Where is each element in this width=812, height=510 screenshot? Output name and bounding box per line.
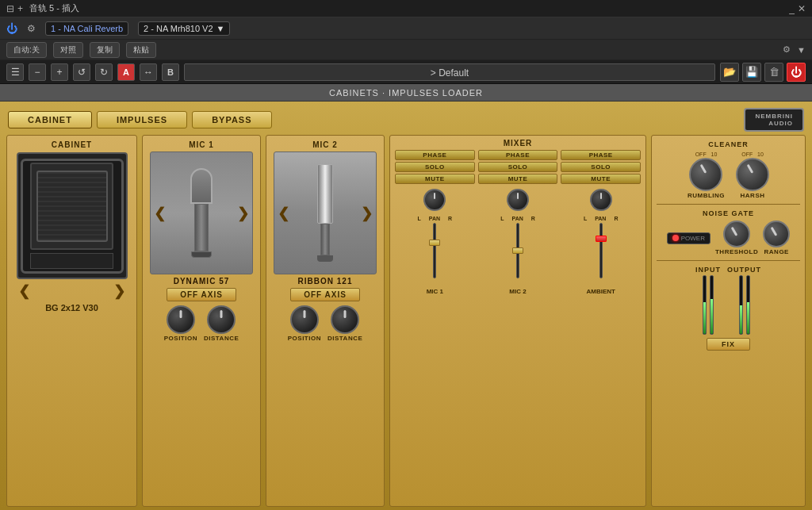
cabinet-name: BG 2x12 V30	[45, 303, 98, 313]
cabinet-title: CABINET	[52, 140, 92, 149]
preset-name[interactable]: > Default	[184, 63, 715, 81]
divider-2	[657, 260, 800, 261]
mixer-ch2-fader-area	[510, 223, 526, 286]
mic2-distance-knob[interactable]	[331, 305, 359, 334]
mixer-ch3-pan-labels: L PAN R	[584, 216, 619, 221]
track-bar: ⏻ ⚙ 1 - NA Cali Reverb 2 - NA Mrh810 V2 …	[0, 17, 812, 40]
mic1-distance-group: DISTANCE	[204, 305, 239, 342]
mic1-distance-knob[interactable]	[207, 305, 236, 334]
auto-btn[interactable]: 自动:关	[6, 42, 47, 58]
mic1-position-btn[interactable]: OFF AXIS	[167, 288, 236, 301]
mixer-section: MIXER PHASE SOLO MUTE L PAN R	[389, 135, 646, 507]
input-faders	[703, 275, 714, 335]
ng-threshold-group: THRESHOLD	[715, 220, 758, 255]
paste-btn[interactable]: 粘贴	[126, 42, 156, 58]
input-fader-2[interactable]	[710, 275, 714, 335]
arrow-btn[interactable]: ↔	[140, 63, 157, 81]
mixer-ch1-pan-labels: L PAN R	[418, 216, 453, 221]
cleaner-title: CLEANER	[657, 140, 800, 148]
power-btn[interactable]: ⏻	[787, 63, 806, 82]
a-btn[interactable]: A	[117, 63, 135, 81]
ng-range-knob[interactable]	[763, 220, 790, 247]
mic1-prev-btn[interactable]: ❮	[154, 205, 166, 222]
window-controls[interactable]: ⊟ +	[6, 3, 23, 14]
mixer-ch2-label: MIC 2	[509, 288, 526, 295]
track-1-selector[interactable]: 1 - NA Cali Reverb	[45, 21, 128, 36]
input-fader-1[interactable]	[703, 275, 707, 335]
mixer-ch2-solo-btn[interactable]: SOLO	[478, 162, 558, 172]
mixer-ch3-fader-track	[599, 223, 603, 278]
cabinet-next-btn[interactable]: ❯	[113, 282, 125, 300]
mixer-ch2-fader-thumb[interactable]	[512, 247, 523, 254]
tab-bypass[interactable]: BYPASS	[192, 111, 271, 128]
add-btn[interactable]: +	[51, 63, 68, 81]
mic1-dist-label: DISTANCE	[204, 335, 239, 342]
mixer-ch3-mute-btn[interactable]: MUTE	[561, 174, 641, 184]
mic2-position-knob[interactable]	[290, 305, 319, 334]
pair-btn[interactable]: 对照	[53, 42, 83, 58]
ng-threshold-label: THRESHOLD	[715, 248, 758, 255]
mic1-next-btn[interactable]: ❯	[237, 205, 249, 222]
settings-icon[interactable]: ⚙	[27, 23, 36, 34]
delete-preset-btn[interactable]: 🗑	[764, 63, 783, 82]
mixer-ch3-phase-btn[interactable]: PHASE	[561, 150, 641, 160]
output-fader-1[interactable]	[739, 275, 743, 335]
cabinet-nav: ❮ ❯	[12, 282, 132, 300]
ng-range-label: RANGE	[764, 248, 789, 255]
plugin-header: CABINETS · IMPULSES LOADER	[0, 84, 812, 102]
copy-btn[interactable]: 复制	[90, 42, 120, 58]
divider-1	[657, 204, 800, 205]
mic1-knobs: POSITION DISTANCE	[164, 304, 239, 343]
mixer-ch2-pan-knob[interactable]	[507, 189, 529, 211]
mixer-ch3-fader-area	[593, 223, 609, 286]
ng-threshold-knob[interactable]	[723, 220, 750, 247]
load-preset-btn[interactable]: 📂	[720, 63, 739, 82]
mic2-pos-label: POSITION	[288, 335, 321, 342]
cabinet-prev-btn[interactable]: ❮	[18, 282, 30, 300]
redo-btn[interactable]: ↻	[95, 63, 113, 81]
mic1-position-group: POSITION	[164, 305, 197, 342]
track-2-selector[interactable]: 2 - NA Mrh810 V2 ▼	[138, 21, 230, 36]
mic2-next-btn[interactable]: ❯	[361, 205, 373, 222]
mixer-ch2-mute-btn[interactable]: MUTE	[478, 174, 558, 184]
mixer-ch2-phase-btn[interactable]: PHASE	[478, 150, 558, 160]
mic2-name: RIBBON 121	[298, 277, 353, 286]
mic2-position-group: POSITION	[288, 305, 321, 342]
expand-btn[interactable]: ▼	[797, 45, 806, 55]
window-title: 音轨 5 - 插入	[29, 2, 79, 14]
save-preset-btn[interactable]: 💾	[742, 63, 761, 82]
mixer-ch3: PHASE SOLO MUTE L PAN R	[561, 150, 641, 503]
close-btn[interactable]: ✕	[798, 3, 806, 14]
gear-btn[interactable]: ⚙	[783, 44, 791, 55]
mixer-ch1-solo-btn[interactable]: SOLO	[395, 162, 475, 172]
mic1-name: DYNAMIC 57	[174, 277, 230, 286]
min-btn[interactable]: _	[789, 3, 795, 14]
cleaner-rumbling-knob[interactable]	[689, 158, 722, 191]
mixer-ch3-solo-btn[interactable]: SOLO	[561, 162, 641, 172]
fix-btn[interactable]: FIX	[707, 338, 750, 351]
mixer-ch3-pan-knob[interactable]	[590, 189, 612, 211]
toolbar-right: 📂 💾 🗑 ⏻	[720, 63, 806, 82]
mixer-ch1-buttons: PHASE SOLO MUTE	[395, 150, 475, 184]
mixer-ch1-fader-thumb[interactable]	[429, 240, 440, 246]
undo-btn[interactable]: ↺	[73, 63, 90, 81]
mixer-ch3-fader-thumb[interactable]	[596, 236, 607, 242]
mixer-ch1-mute-btn[interactable]: MUTE	[395, 174, 475, 184]
tab-cabinet[interactable]: CABINET	[8, 111, 92, 128]
output-fader-2[interactable]	[746, 275, 750, 335]
minus-btn[interactable]: −	[29, 63, 46, 81]
noise-gate-power-btn[interactable]: POWER	[667, 232, 710, 244]
mixer-ch2-pan-labels: L PAN R	[500, 216, 535, 221]
cleaner-harsh-knob[interactable]	[736, 158, 769, 191]
tab-impulses[interactable]: IMPULSES	[97, 111, 187, 128]
tab-row: CABINET IMPULSES BYPASS NEMBRINI AUDIO	[0, 102, 812, 135]
mic1-position-knob[interactable]	[167, 305, 195, 334]
mixer-ch1-pan-knob[interactable]	[423, 189, 446, 211]
hamburger-btn[interactable]: ☰	[6, 63, 24, 81]
input-section: INPUT	[695, 266, 721, 335]
mic2-position-btn[interactable]: OFF AXIS	[290, 288, 360, 301]
b-btn[interactable]: B	[162, 63, 179, 81]
mic2-prev-btn[interactable]: ❮	[278, 205, 289, 222]
mixer-ch1-phase-btn[interactable]: PHASE	[395, 150, 475, 160]
output-section: OUTPUT	[727, 266, 761, 335]
